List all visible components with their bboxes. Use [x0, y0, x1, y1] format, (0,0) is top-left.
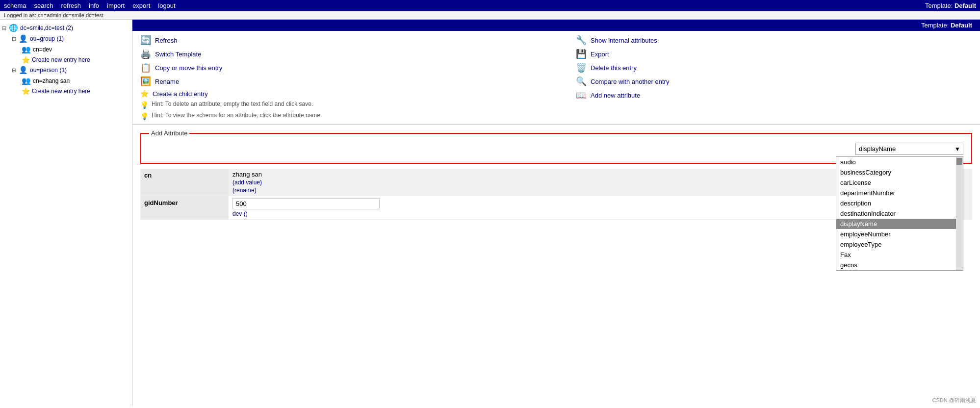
add-attribute-fieldset: Add Attribute audiobusinessCategorycarLi…: [140, 129, 972, 164]
star-icon-child: ⭐: [140, 90, 149, 98]
action-rename[interactable]: 🖼️ Rename: [140, 76, 556, 87]
add-attribute-legend: Add Attribute: [149, 129, 189, 137]
tree-toggle-group: ⊟: [12, 36, 17, 42]
add-attribute-container: Add Attribute audiobusinessCategorycarLi…: [140, 129, 972, 164]
action-export[interactable]: 💾 Export: [576, 49, 609, 59]
create-person-label: Create new entry here: [32, 88, 90, 95]
group-label: ou=group (1): [30, 35, 64, 42]
zhangsan-icon: 👥: [22, 76, 31, 85]
nav-search[interactable]: search: [34, 2, 53, 9]
watermark: CSDN @碎雨浅夏: [932, 397, 976, 404]
action-refresh[interactable]: 🔄 Refresh: [140, 35, 556, 46]
nav-schema[interactable]: schema: [4, 2, 26, 9]
nav-export[interactable]: export: [132, 2, 150, 9]
dropdown-item-description[interactable]: description: [836, 198, 956, 208]
action-right: 🔧 Show internal attributes 💾 Export 🗑️ D…: [556, 35, 972, 120]
delete-label: Delete this entry: [591, 64, 637, 72]
nav-import[interactable]: import: [107, 2, 125, 9]
zhangsan-label: cn=zhang san: [33, 77, 70, 84]
dropdown-item-audio[interactable]: audio: [836, 157, 956, 167]
tree-cn-zhangsan[interactable]: 👥 cn=zhang san: [22, 76, 130, 86]
hint-text-1: Hint: To delete an attribute, empty the …: [152, 101, 313, 107]
attr-values-cn: zhang san (add value) (rename): [229, 169, 894, 196]
gidnumber-dev[interactable]: dev (): [232, 210, 890, 217]
dev-label: cn=dev: [33, 46, 52, 53]
tree-create-person[interactable]: ⭐ Create new entry here: [22, 86, 130, 96]
action-toolbar: 🔄 Refresh 🖨️ Switch Template 📋 Copy or m…: [132, 31, 980, 125]
export-icon: 💾: [576, 49, 587, 59]
star-icon-group: ⭐: [22, 56, 30, 64]
delete-icon: 🗑️: [576, 62, 587, 73]
tree-ou-group[interactable]: ⊟ 👤 ou=group (1): [12, 33, 130, 44]
attr-name-gidnumber[interactable]: gidNumber: [140, 196, 229, 219]
person-icon: 👤: [19, 66, 28, 75]
scrollbar-thumb: [956, 158, 962, 165]
dropdown-item-businessCategory[interactable]: businessCategory: [836, 167, 956, 178]
tree-cn-dev[interactable]: 👥 cn=dev: [22, 44, 130, 55]
switch-template-label: Switch Template: [155, 51, 201, 58]
dropdown-list[interactable]: audio businessCategory carLicense depart…: [836, 156, 963, 271]
person-label: ou=person (1): [30, 67, 67, 74]
tree-toggle-root: ⊟: [2, 25, 7, 31]
tree-group-children: 👥 cn=dev ⭐ Create new entry here: [12, 44, 130, 65]
hint-1: 💡 Hint: To delete an attribute, empty th…: [140, 101, 556, 109]
template-header: Template: Default: [132, 20, 980, 31]
copy-icon: 📋: [140, 62, 151, 73]
show-internal-label: Show internal attributes: [591, 37, 657, 44]
gidnumber-input[interactable]: [232, 198, 380, 209]
tree-create-group[interactable]: ⭐ Create new entry here: [22, 55, 130, 65]
main-content: Template: Default 🔄 Refresh 🖨️ Switch Te…: [132, 20, 980, 406]
scrollbar-track: [956, 157, 963, 270]
hint-2: 💡 Hint: To view the schema for an attrib…: [140, 112, 556, 120]
create-child-label: Create a child entry: [153, 90, 208, 98]
switch-template-icon: 🖨️: [140, 49, 151, 59]
add-new-attr-label: Add new attribute: [591, 92, 640, 99]
action-create-child[interactable]: ⭐ Create a child entry: [140, 90, 556, 98]
sidebar: ⊟ 🌐 dc=smile,dc=test (2) ⊟ 👤 ou=group (1…: [0, 20, 132, 406]
dropdown-item-employeeNumber[interactable]: employeeNumber: [836, 229, 956, 239]
compare-label: Compare with another entry: [591, 78, 669, 85]
refresh-label: Refresh: [155, 37, 178, 44]
layout: ⊟ 🌐 dc=smile,dc=test (2) ⊟ 👤 ou=group (1…: [0, 20, 980, 406]
cn-rename[interactable]: (rename): [232, 187, 890, 194]
dev-icon: 👥: [22, 45, 31, 54]
wrench-icon: 🔧: [576, 35, 587, 46]
dropdown-item-carLicense[interactable]: carLicense: [836, 178, 956, 188]
attr-values-gidnumber: dev (): [229, 196, 894, 219]
star-icon-person: ⭐: [22, 87, 30, 95]
compare-icon: 🔍: [576, 76, 587, 87]
root-label: dc=smile,dc=test (2): [20, 25, 73, 31]
dropdown-item-fax[interactable]: Fax: [836, 250, 956, 260]
attr-name-cn[interactable]: cn: [140, 169, 229, 196]
dropdown-item-displayName[interactable]: displayName: [836, 219, 956, 229]
tree-ou-person[interactable]: ⊟ 👤 ou=person (1): [12, 65, 130, 76]
action-copy-move[interactable]: 📋 Copy or move this entry: [140, 62, 556, 73]
cn-add-value[interactable]: (add value): [232, 179, 890, 186]
action-add-new-attr[interactable]: 📖 Add new attribute: [576, 90, 640, 101]
attribute-dropdown-wrapper: audiobusinessCategorycarLicensedepartmen…: [855, 143, 963, 155]
rename-label: Rename: [155, 78, 179, 85]
cn-value-text: zhang san: [232, 171, 890, 178]
dropdown-item-destinationIndicator[interactable]: destinationIndicator: [836, 208, 956, 219]
dropdown-item-departmentNumber[interactable]: departmentNumber: [836, 188, 956, 198]
export-label: Export: [591, 51, 609, 58]
tree-person-children: 👥 cn=zhang san ⭐ Create new entry here: [12, 76, 130, 96]
dropdown-item-employeeType[interactable]: employeeType: [836, 239, 956, 250]
refresh-icon: 🔄: [140, 35, 151, 46]
hint-icon-2: 💡: [140, 112, 149, 120]
attribute-dropdown[interactable]: audiobusinessCategorycarLicensedepartmen…: [855, 143, 963, 155]
rename-icon: 🖼️: [140, 76, 151, 87]
add-attr-icon: 📖: [576, 90, 587, 101]
action-compare[interactable]: 🔍 Compare with another entry: [576, 76, 669, 87]
dropdown-item-gecos[interactable]: gecos: [836, 260, 956, 270]
nav-info[interactable]: info: [89, 2, 99, 9]
action-switch-template[interactable]: 🖨️ Switch Template: [140, 49, 556, 59]
tree-root-children: ⊟ 👤 ou=group (1) 👥 cn=dev ⭐ Create new e…: [2, 33, 130, 96]
tree-root[interactable]: ⊟ 🌐 dc=smile,dc=test (2): [2, 23, 130, 33]
tree-toggle-person: ⊟: [12, 67, 17, 74]
action-show-internal[interactable]: 🔧 Show internal attributes: [576, 35, 657, 46]
nav-refresh[interactable]: refresh: [61, 2, 81, 9]
hint-text-2: Hint: To view the schema for an attribut…: [152, 112, 322, 119]
nav-logout[interactable]: logout: [158, 2, 175, 9]
action-delete[interactable]: 🗑️ Delete this entry: [576, 62, 637, 73]
